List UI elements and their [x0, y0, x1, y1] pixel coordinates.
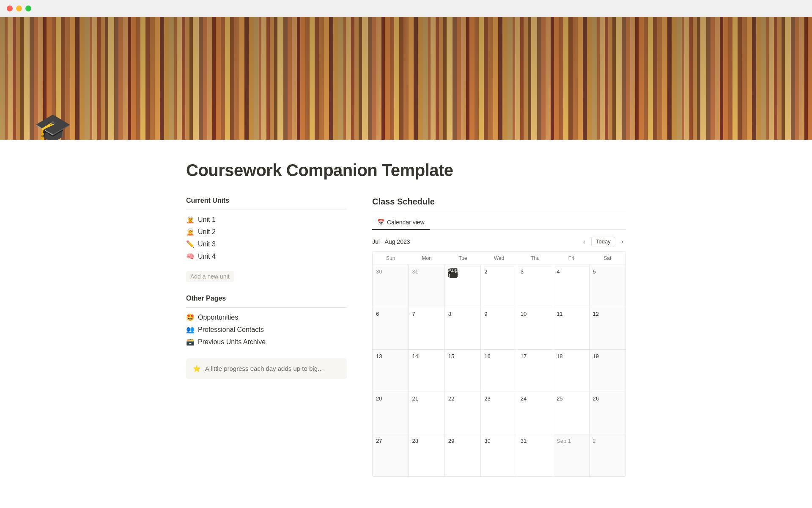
calendar-day-number: 20 [376, 395, 405, 402]
calendar-day-cell[interactable]: 28 [409, 434, 444, 477]
calendar-day-number: 26 [593, 395, 622, 402]
maximize-button[interactable] [25, 6, 31, 11]
page-emoji: 🗃️ [186, 338, 195, 346]
calendar-day-header: Tue [445, 252, 481, 265]
calendar-nav: Jul - Aug 2023 ‹ Today › [372, 237, 626, 246]
calendar-day-number: 18 [557, 353, 585, 359]
other-pages-heading: Other Pages [186, 295, 347, 302]
calendar-day-cell[interactable]: 25 [553, 392, 589, 434]
calendar-day-cell[interactable]: 31 [409, 265, 444, 307]
add-new-unit-button[interactable]: Add a new unit [186, 271, 234, 282]
divider-other-pages [186, 307, 347, 308]
calendar-day-number: 21 [412, 395, 441, 402]
unit-label: Unit 2 [198, 228, 216, 236]
tab-calendar-view[interactable]: 📅 Calendar view [372, 215, 430, 230]
calendar-day-number: 2 [484, 268, 513, 275]
divider-schedule [372, 212, 626, 212]
class-schedule-heading: Class Schedule [372, 197, 626, 207]
calendar-day-cell[interactable]: Aug 1 [445, 265, 481, 307]
unit-label: Unit 4 [198, 253, 216, 260]
hero-emoji: 🎓 [34, 113, 72, 140]
prev-month-button[interactable]: ‹ [581, 237, 588, 246]
calendar-day-cell[interactable]: 27 [373, 434, 409, 477]
calendar-day-cell[interactable]: 3 [517, 265, 553, 307]
unit-list: 🧝Unit 1🧝Unit 2✏️Unit 3🧠Unit 4 [186, 213, 347, 262]
unit-list-item[interactable]: ✏️Unit 3 [186, 238, 347, 250]
page-title: Coursework Companion Template [186, 161, 626, 180]
calendar-day-cell[interactable]: 30 [373, 265, 409, 307]
calendar-day-cell[interactable]: 18 [553, 350, 589, 392]
quote-emoji: ⭐ [193, 365, 201, 373]
page-label: Opportunities [198, 314, 238, 321]
calendar-day-cell[interactable]: 16 [481, 350, 517, 392]
minimize-button[interactable] [16, 6, 22, 11]
calendar-day-header: Sun [373, 252, 409, 265]
calendar-tab-label: Calendar view [387, 219, 425, 226]
calendar-header: SunMonTueWedThuFriSat [373, 252, 625, 265]
calendar-day-cell[interactable]: 6 [373, 307, 409, 350]
other-page-list-item[interactable]: 🤩Opportunities [186, 311, 347, 323]
page-emoji: 🤩 [186, 313, 195, 321]
calendar-day-number: 11 [557, 311, 585, 317]
calendar-day-cell[interactable]: 4 [553, 265, 589, 307]
calendar-day-number: 29 [448, 438, 477, 444]
calendar-day-number: 28 [412, 438, 441, 444]
calendar-day-cell[interactable]: 7 [409, 307, 444, 350]
calendar-day-cell[interactable]: 14 [409, 350, 444, 392]
unit-emoji: 🧠 [186, 252, 195, 260]
unit-list-item[interactable]: 🧝Unit 1 [186, 213, 347, 226]
unit-label: Unit 1 [198, 216, 216, 224]
calendar-day-number: 19 [593, 353, 622, 359]
calendar-day-number: 2 [593, 438, 622, 444]
today-button[interactable]: Today [591, 237, 615, 246]
calendar-day-cell[interactable]: 10 [517, 307, 553, 350]
calendar-day-cell[interactable]: 31 [517, 434, 553, 477]
calendar-day-cell[interactable]: 20 [373, 392, 409, 434]
calendar-day-cell[interactable]: 22 [445, 392, 481, 434]
main-layout: Current Units 🧝Unit 1🧝Unit 2✏️Unit 3🧠Uni… [186, 197, 626, 477]
calendar-day-cell[interactable]: 11 [553, 307, 589, 350]
unit-emoji: 🧝 [186, 215, 195, 224]
calendar-day-number: 15 [448, 353, 477, 359]
current-units-heading: Current Units [186, 197, 347, 204]
calendar-day-number: 6 [376, 311, 405, 317]
calendar-day-cell[interactable]: 21 [409, 392, 444, 434]
calendar-day-cell[interactable]: 12 [590, 307, 625, 350]
calendar-day-cell[interactable]: 5 [590, 265, 625, 307]
calendar-day-cell[interactable]: 30 [481, 434, 517, 477]
calendar-day-number: 17 [521, 353, 549, 359]
next-month-button[interactable]: › [619, 237, 626, 246]
calendar-day-number: Sep 1 [557, 438, 585, 444]
unit-emoji: 🧝 [186, 228, 195, 236]
bookshelf-decoration [0, 17, 812, 140]
calendar-day-number: 9 [484, 311, 513, 317]
unit-list-item[interactable]: 🧠Unit 4 [186, 250, 347, 262]
calendar-day-cell[interactable]: 23 [481, 392, 517, 434]
calendar-day-cell[interactable]: 26 [590, 392, 625, 434]
calendar-day-cell[interactable]: 8 [445, 307, 481, 350]
calendar-day-cell[interactable]: 17 [517, 350, 553, 392]
quote-text: A little progress each day adds up to bi… [205, 365, 323, 372]
calendar-day-number: 31 [521, 438, 549, 444]
calendar-day-number: 7 [412, 311, 441, 317]
page-content: Coursework Companion Template Current Un… [152, 140, 660, 502]
calendar-day-cell[interactable]: 13 [373, 350, 409, 392]
close-button[interactable] [7, 6, 13, 11]
calendar-day-cell[interactable]: 2 [590, 434, 625, 477]
calendar-day-cell[interactable]: 15 [445, 350, 481, 392]
calendar-day-number: 13 [376, 353, 405, 359]
other-page-list-item[interactable]: 🗃️Previous Units Archive [186, 336, 347, 348]
calendar-day-number: 31 [412, 268, 441, 275]
unit-list-item[interactable]: 🧝Unit 2 [186, 226, 347, 238]
calendar-day-cell[interactable]: 2 [481, 265, 517, 307]
calendar-day-cell[interactable]: Sep 1 [553, 434, 589, 477]
other-page-list-item[interactable]: 👥Professional Contacts [186, 323, 347, 336]
quote-box: ⭐ A little progress each day adds up to … [186, 358, 347, 379]
unit-emoji: ✏️ [186, 240, 195, 248]
calendar-day-header: Sat [590, 252, 625, 265]
calendar-day-cell[interactable]: 9 [481, 307, 517, 350]
calendar-day-cell[interactable]: 29 [445, 434, 481, 477]
calendar-day-header: Mon [409, 252, 444, 265]
calendar-day-cell[interactable]: 24 [517, 392, 553, 434]
calendar-day-cell[interactable]: 19 [590, 350, 625, 392]
